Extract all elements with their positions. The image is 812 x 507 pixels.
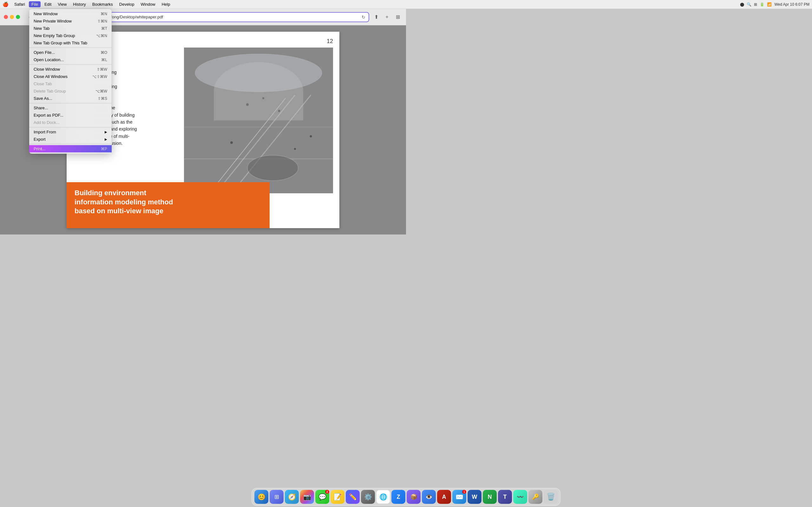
menubar-help[interactable]: Help [159,1,173,7]
menubar-safari[interactable]: Safari [12,1,28,7]
svg-point-11 [230,141,233,144]
share-button[interactable]: ⬆ [372,13,380,21]
menu-new-tab[interactable]: New Tab ⌘T [29,25,112,32]
menu-new-empty-tab-group[interactable]: New Empty Tab Group ⌥⌘N [29,32,112,39]
menu-import-from[interactable]: Import From [29,128,112,135]
building-interior-graphic [184,48,333,193]
menu-close-window[interactable]: Close Window ⇧⌘W [29,66,112,73]
close-button[interactable] [4,15,8,19]
menu-export[interactable]: Export [29,135,112,143]
menu-close-tab: Close Tab [29,80,112,88]
menu-open-location[interactable]: Open Location... ⌘L [29,56,112,63]
menubar-bookmarks[interactable]: Bookmarks [90,1,115,7]
svg-rect-6 [184,127,333,127]
svg-point-7 [247,155,298,181]
menu-add-to-dock: Add to Dock... [29,119,112,126]
apple-menu[interactable]: 🍎 [3,2,9,7]
svg-point-1 [195,54,322,92]
separator-2 [29,64,112,65]
svg-point-9 [262,97,264,99]
svg-point-10 [278,110,281,112]
new-tab-button[interactable]: ＋ [383,13,392,21]
menu-save-as[interactable]: Save As... ⇧⌘S [29,95,112,102]
menu-delete-tab-group: Delete Tab Group ⌥⌘W [29,88,112,95]
minimize-button[interactable] [10,15,14,19]
pdf-building-image [184,48,333,193]
refresh-icon[interactable]: ↻ [362,14,365,20]
menubar-history[interactable]: History [70,1,88,7]
traffic-lights [4,15,20,19]
menu-export-pdf[interactable]: Export as PDF... [29,112,112,119]
title-bar-actions: ⬆ ＋ ⊞ [372,13,402,21]
menu-share[interactable]: Share... [29,104,112,112]
menubar: 🍎 Safari File Edit View History Bookmark… [0,0,406,9]
menubar-develop[interactable]: Develop [117,1,137,7]
menu-new-window[interactable]: New Window ⌘N [29,10,112,17]
separator-3 [29,103,112,103]
fullscreen-button[interactable] [16,15,20,19]
menu-new-tab-group-with-this-tab[interactable]: New Tab Group with This Tab [29,39,112,47]
sidebar-button[interactable]: ⊞ [393,13,402,21]
menubar-view[interactable]: View [55,1,69,7]
menu-close-all-windows[interactable]: Close All Windows ⌥⇧⌘W [29,73,112,80]
orange-banner: Building environmentinformation modeling… [67,182,270,228]
menu-new-private-window[interactable]: New Private Window ⇧⌘N [29,17,112,25]
svg-point-13 [310,135,312,137]
menubar-file[interactable]: File [29,1,41,7]
menubar-edit[interactable]: Edit [42,1,54,7]
menubar-window[interactable]: Window [138,1,158,7]
separator-5 [29,144,112,144]
svg-point-12 [294,148,296,150]
separator-1 [29,48,112,48]
banner-text: Building environmentinformation modeling… [74,188,262,216]
menu-print[interactable]: Print... ⌘P [29,145,112,153]
separator-4 [29,127,112,127]
svg-point-8 [246,103,249,106]
file-menu-dropdown: New Window ⌘N New Private Window ⇧⌘N New… [29,9,112,154]
page-number: 12 [327,38,333,45]
menu-open-file[interactable]: Open File... ⌘O [29,49,112,56]
